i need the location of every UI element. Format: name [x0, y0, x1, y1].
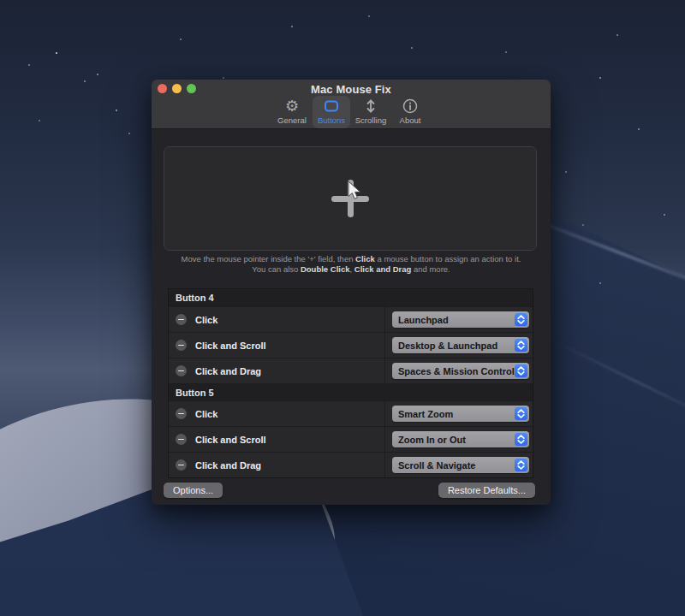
- info-icon: [402, 96, 419, 116]
- minus-icon: [178, 345, 184, 346]
- stepper-chevrons-icon: [515, 407, 527, 420]
- minus-icon: [178, 439, 184, 441]
- titlebar: Mac Mouse Fix ⚙ General Buttons Scrollin…: [152, 80, 551, 129]
- stepper-chevrons-icon: [515, 313, 527, 326]
- tab-label: Buttons: [318, 116, 345, 125]
- mouse-cursor: [348, 181, 362, 204]
- trigger-label: Click: [195, 409, 217, 419]
- dropdown-value: Scroll & Navigate: [398, 460, 475, 471]
- mac-mouse-fix-window: Mac Mouse Fix ⚙ General Buttons Scrollin…: [152, 80, 551, 505]
- remaps-table: Button 4 Click Launchpad Click and Scrol…: [168, 288, 533, 478]
- minus-icon: [178, 465, 184, 466]
- stepper-chevrons-icon: [515, 459, 527, 471]
- trigger-label: Click and Drag: [195, 366, 261, 376]
- minus-icon: [178, 319, 184, 321]
- dropdown-value: Smart Zoom: [398, 409, 453, 419]
- options-button[interactable]: Options...: [164, 483, 223, 498]
- tab-buttons[interactable]: Buttons: [313, 96, 350, 128]
- trigger-label: Click and Scroll: [195, 435, 266, 445]
- stepper-chevrons-icon: [515, 433, 527, 446]
- tab-scrolling[interactable]: Scrolling: [352, 96, 390, 128]
- trigger-label: Click: [195, 315, 217, 325]
- remove-action-button[interactable]: [176, 340, 187, 351]
- window-title: Mac Mouse Fix: [152, 83, 551, 96]
- dropdown-value: Desktop & Launchpad: [398, 341, 497, 351]
- toolbar-tabs: ⚙ General Buttons Scrolling: [152, 96, 551, 128]
- section-header-button5: Button 5: [169, 383, 533, 400]
- restore-defaults-button[interactable]: Restore Defaults...: [438, 483, 535, 498]
- gear-icon: ⚙: [285, 96, 299, 116]
- instructions-text: Move the mouse pointer inside the '+' fi…: [152, 254, 551, 275]
- action-dropdown[interactable]: Scroll & Navigate: [392, 457, 529, 473]
- buttons-icon: [323, 96, 340, 116]
- dropdown-value: Spaces & Mission Control: [398, 366, 515, 376]
- action-dropdown[interactable]: Smart Zoom: [392, 406, 529, 422]
- tab-label: Scrolling: [355, 116, 386, 125]
- stepper-chevrons-icon: [515, 364, 527, 377]
- remove-action-button[interactable]: [176, 408, 187, 419]
- tab-about[interactable]: About: [391, 96, 429, 128]
- trigger-label: Click and Drag: [195, 460, 261, 471]
- tab-label: General: [277, 116, 307, 125]
- remove-action-button[interactable]: [176, 459, 187, 471]
- remove-action-button[interactable]: [176, 365, 187, 376]
- table-row: Click and Drag Scroll & Navigate: [169, 452, 533, 477]
- table-row: Click and Scroll Desktop & Launchpad: [169, 332, 533, 358]
- instructions-line1: Move the mouse pointer inside the '+' fi…: [152, 254, 551, 264]
- table-row: Click and Drag Spaces & Mission Control: [169, 358, 533, 383]
- action-dropdown[interactable]: Desktop & Launchpad: [392, 337, 529, 353]
- remove-action-button[interactable]: [176, 434, 187, 445]
- tab-label: About: [400, 116, 421, 125]
- minus-icon: [178, 413, 184, 415]
- section-header-button4: Button 4: [169, 289, 533, 306]
- table-row: Click Smart Zoom: [169, 400, 533, 426]
- stepper-chevrons-icon: [515, 339, 527, 352]
- wallpaper-stars: [0, 0, 2, 2]
- action-dropdown[interactable]: Spaces & Mission Control: [392, 363, 529, 379]
- remove-action-button[interactable]: [176, 314, 187, 325]
- scrolling-arrows-icon: [362, 96, 379, 116]
- tab-general[interactable]: ⚙ General: [273, 96, 311, 128]
- table-row: Click and Scroll Zoom In or Out: [169, 426, 533, 452]
- trigger-label: Click and Scroll: [195, 341, 266, 351]
- action-dropdown[interactable]: Zoom In or Out: [392, 431, 529, 447]
- minus-icon: [178, 370, 184, 372]
- dropdown-value: Launchpad: [398, 315, 449, 325]
- action-dropdown[interactable]: Launchpad: [392, 311, 529, 328]
- table-row: Click Launchpad: [169, 306, 533, 332]
- instructions-line2: You can also Double Click, Click and Dra…: [152, 264, 551, 275]
- dropdown-value: Zoom In or Out: [398, 435, 466, 445]
